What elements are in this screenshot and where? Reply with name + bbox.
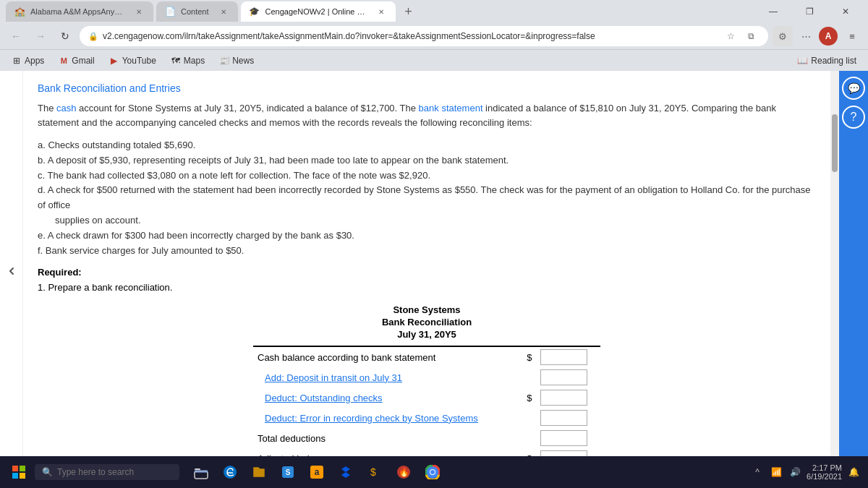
tray-network[interactable]: 📶	[767, 463, 785, 481]
new-tab-button[interactable]: +	[399, 1, 419, 22]
taskbar-files[interactable]	[246, 459, 272, 485]
tab-close-alabama[interactable]: ✕	[133, 6, 145, 17]
recon-title: Bank Reconciliation	[38, 317, 816, 328]
bookmark-apps[interactable]: ⊞ Apps	[7, 54, 48, 67]
profile-avatar[interactable]: A	[819, 27, 838, 46]
svg-point-6	[224, 466, 237, 479]
bookmark-news[interactable]: 📰 News	[215, 54, 258, 67]
taskbar-app2[interactable]: 🔥	[391, 459, 417, 485]
taskbar-finance[interactable]: $	[362, 459, 388, 485]
recon-input-2[interactable]	[540, 369, 587, 385]
forward-button[interactable]: →	[30, 26, 51, 46]
taskbar-edge[interactable]	[217, 459, 243, 485]
left-nav-arrow[interactable]	[0, 71, 23, 471]
tray-icons: ^ 📶 🔊	[749, 463, 804, 481]
close-button[interactable]: ✕	[829, 0, 862, 23]
time-display[interactable]: 2:17 PM 6/19/2021	[807, 463, 842, 481]
svg-rect-1	[20, 466, 25, 471]
minimize-button[interactable]: —	[757, 0, 790, 23]
taskbar-app1[interactable]: S	[275, 459, 301, 485]
add-deposit-link[interactable]: Add: Deposit in transit on July 31	[265, 372, 402, 383]
tab-cengage[interactable]: 🎓 CengageNOWv2 | Online teachin ✕	[241, 1, 396, 22]
recon-row-3: Deduct: Outstanding checks $	[253, 388, 600, 408]
taskbar-center-icons: S a $ 🔥	[188, 459, 446, 485]
recon-label-1: Cash balance according to bank statement	[253, 346, 519, 367]
address-text[interactable]: v2.cengagenow.com/ilrn/takeAssignment/ta…	[103, 31, 718, 41]
tab-close-cengage[interactable]: ✕	[375, 6, 387, 17]
taskbar-amazon[interactable]: a	[304, 459, 330, 485]
scrollbar-thumb[interactable]	[832, 114, 838, 172]
list-item-d: d. A check for $500 returned with the st…	[38, 183, 816, 213]
bookmark-youtube[interactable]: ▶ YouTube	[105, 54, 161, 67]
items-list: a. Checks outstanding totaled $5,690. b.…	[38, 138, 816, 258]
window-controls: — ❐ ✕	[757, 0, 862, 23]
tray-chevron[interactable]: ^	[749, 463, 766, 481]
recon-row-5: Total deductions	[253, 428, 600, 448]
recon-dollar-5	[519, 428, 536, 448]
split-screen-icon[interactable]: ⧉	[742, 27, 760, 45]
list-item-d-cont: supplies on account.	[38, 213, 816, 228]
tab-label-content: Content	[181, 7, 209, 16]
sidebar-help-icon[interactable]: ?	[842, 106, 865, 129]
bookmark-star-icon[interactable]: ☆	[722, 27, 739, 45]
intro-text-2: account for Stone Systems at July 31, 20…	[76, 103, 418, 114]
tab-alabama[interactable]: 🏫 Alabama A&M AppsAnywhere ✕	[6, 1, 153, 22]
required-title: Required:	[38, 267, 816, 278]
tab-close-content[interactable]: ✕	[218, 6, 229, 17]
taskbar-search[interactable]: 🔍	[35, 464, 179, 480]
tray-sound[interactable]: 🔊	[786, 463, 804, 481]
bookmark-youtube-label: YouTube	[122, 56, 156, 66]
recon-row-2: Add: Deposit in transit on July 31	[253, 367, 600, 388]
svg-text:🔥: 🔥	[399, 466, 409, 477]
intro-paragraph: The cash account for Stone Systems at Ju…	[38, 101, 816, 129]
tab-favicon-alabama: 🏫	[14, 7, 25, 17]
sidebar-chat-icon[interactable]: 💬	[842, 77, 865, 100]
settings-icon[interactable]: ⋯	[797, 27, 814, 45]
recon-input-3[interactable]	[540, 390, 587, 406]
tab-favicon-content: 📄	[165, 7, 175, 17]
reading-list-button[interactable]: ≡	[842, 26, 862, 46]
bookmark-maps-label: Maps	[184, 56, 205, 66]
svg-rect-3	[20, 473, 25, 479]
svg-text:$: $	[370, 466, 376, 478]
address-input[interactable]: 🔒 v2.cengagenow.com/ilrn/takeAssignment/…	[80, 26, 768, 46]
svg-text:S: S	[286, 468, 291, 476]
list-item-c: c. The bank had collected $3,080 on a no…	[38, 168, 816, 184]
taskbar-file-explorer[interactable]	[188, 459, 214, 485]
deduct-error-link[interactable]: Deduct: Error in recording check by Ston…	[265, 413, 478, 424]
tab-label-alabama: Alabama A&M AppsAnywhere	[30, 7, 124, 16]
search-input[interactable]	[57, 467, 166, 477]
recon-dollar-1: $	[519, 346, 536, 367]
recon-input-5[interactable]	[540, 430, 587, 446]
recon-input-1[interactable]	[540, 349, 587, 365]
recon-label-4: Deduct: Error in recording check by Ston…	[253, 408, 519, 428]
refresh-button[interactable]: ↻	[55, 26, 75, 46]
bookmark-apps-label: Apps	[25, 56, 44, 66]
svg-rect-4	[195, 468, 200, 470]
prepare-text: 1. Prepare a bank reconciliation.	[38, 282, 816, 293]
maximize-button[interactable]: ❐	[793, 0, 826, 23]
bookmark-gmail-label: Gmail	[72, 56, 94, 66]
current-date: 6/19/2021	[807, 472, 842, 481]
back-button[interactable]: ←	[6, 26, 26, 46]
scrollbar[interactable]	[830, 71, 839, 471]
deduct-checks-link[interactable]: Deduct: Outstanding checks	[265, 393, 383, 403]
recon-input-cell-4	[536, 408, 600, 428]
news-favicon: 📰	[219, 56, 229, 66]
reading-list-side[interactable]: 📖 Reading list	[793, 54, 861, 67]
recon-row-1: Cash balance according to bank statement…	[253, 346, 600, 367]
recon-row-4: Deduct: Error in recording check by Ston…	[253, 408, 600, 428]
taskbar-right: ^ 📶 🔊 2:17 PM 6/19/2021 🔔	[749, 463, 862, 481]
taskbar-chrome[interactable]	[420, 459, 446, 485]
recon-input-4[interactable]	[540, 410, 587, 426]
bookmark-maps[interactable]: 🗺 Maps	[166, 54, 209, 67]
tab-content[interactable]: 📄 Content ✕	[156, 1, 238, 22]
intro-text-1: The	[38, 103, 56, 114]
notification-icon[interactable]: 🔔	[845, 463, 862, 481]
start-button[interactable]	[6, 459, 32, 485]
youtube-favicon: ▶	[109, 56, 119, 66]
extensions-icon[interactable]: ⚙	[773, 26, 793, 46]
taskbar-dropbox[interactable]	[333, 459, 359, 485]
svg-text:a: a	[315, 467, 320, 477]
bookmark-gmail[interactable]: M Gmail	[54, 54, 98, 67]
